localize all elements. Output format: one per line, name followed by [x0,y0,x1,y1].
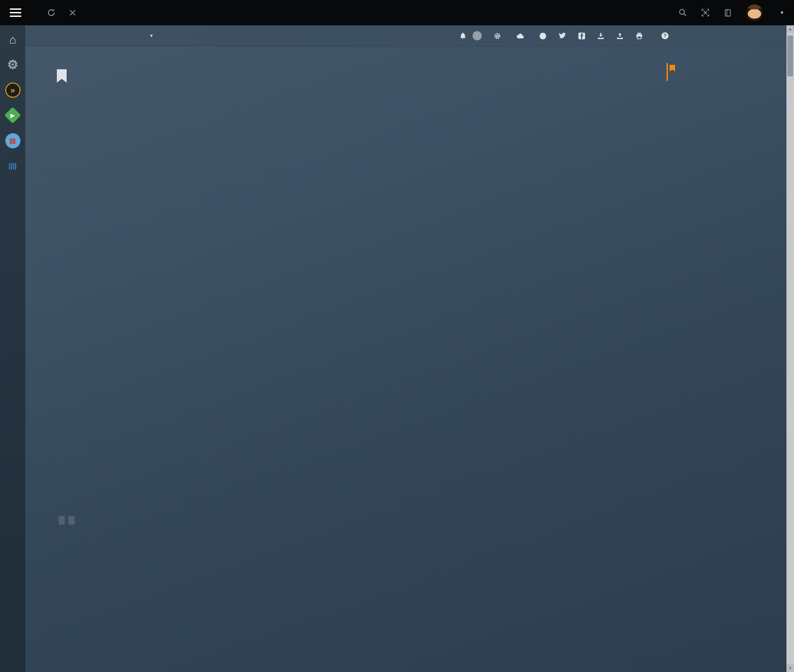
y-axis-ticks [64,533,95,602]
scroll-down-arrow[interactable]: ▼ [786,664,794,672]
x-axis-ticks [97,332,570,338]
softirq-sparkline[interactable] [60,242,193,249]
help-button[interactable]: ? [661,32,672,40]
download-icon[interactable] [597,32,604,40]
alarms-badge [472,31,482,40]
fullscreen-icon[interactable] [701,8,710,17]
app-sidebar: ⌂ ⚙ » ▶ ▤ |||| [0,25,25,672]
scrollbar-thumb[interactable] [787,36,793,76]
disk-description [57,505,647,525]
user-avatar[interactable] [746,4,763,21]
y-axis-label [57,411,63,452]
refresh-icon[interactable] [47,8,56,17]
hamburger-menu-icon[interactable] [10,8,21,17]
net-inbound-gauge[interactable] [384,111,440,179]
chart-plot-area[interactable] [97,533,570,602]
scroll-up-arrow[interactable]: ▲ [786,25,794,33]
bookmark-icon [57,69,67,83]
code-sys-block [59,516,65,525]
cpu-gauge[interactable] [261,101,375,181]
disk-io-chart[interactable] [57,525,644,616]
netdata-menu-sidebar [670,65,786,672]
emby-icon[interactable]: ▶ [0,103,25,128]
search-icon[interactable] [679,8,687,17]
user-menu[interactable]: ▼ [777,10,784,15]
chevron-down-icon: ▼ [780,10,784,15]
svg-text:?: ? [663,33,667,38]
chart-legend [571,527,644,528]
airsonic-wave-icon[interactable]: |||| [0,153,25,179]
home-icon[interactable]: ⌂ [0,27,25,52]
chart-plot-area[interactable] [97,646,570,672]
y-axis-label [57,646,63,672]
disk-write-gauge[interactable] [194,111,250,179]
iowait-sparkline[interactable] [60,232,193,239]
disk-read-gauge[interactable] [125,111,181,179]
print-icon[interactable] [635,32,643,40]
y-axis-label [57,533,63,602]
memory-paged-chart[interactable] [57,629,644,672]
chart-legend [571,402,644,404]
chart-plot-area[interactable] [97,411,570,452]
facebook-icon[interactable] [578,32,585,40]
net-outbound-gauge[interactable] [453,111,509,179]
load-average-chart[interactable] [57,401,644,465]
twitter-icon[interactable] [559,32,566,39]
server-dropdown[interactable]: ▼ [146,33,154,38]
github-icon[interactable] [539,32,547,40]
cpu-utilization-chart[interactable] [57,252,644,346]
used-ram-gauge[interactable] [521,118,570,177]
x-axis-ticks [97,604,570,610]
chart-plot-area[interactable] [97,259,570,330]
settings-button[interactable] [494,32,504,40]
top-bar: ▼ [0,0,794,25]
bookmark-icon [670,65,675,72]
softirq-metric-line [57,242,199,249]
y-axis-ticks [64,646,95,672]
netdata-navbar: ▼ [25,25,794,47]
iowait-metric-line [57,231,199,239]
code-sys-devices [68,516,75,525]
tabs-book-icon[interactable] [724,9,732,17]
y-axis-ticks [64,259,95,330]
settings-gear-icon[interactable]: ⚙ [0,52,25,77]
y-axis-ticks [64,411,95,452]
update-button[interactable] [516,33,527,39]
sidebar-item-system-overview[interactable] [670,65,786,72]
chevron-down-icon: ▼ [149,33,154,38]
media-library-icon[interactable]: ▤ [0,128,25,153]
x-axis-ticks [97,453,570,460]
upload-icon[interactable] [616,32,623,40]
active-section-indicator [667,63,668,81]
page-scrollbar[interactable]: ▲ ▼ [786,25,794,672]
chart-legend [571,631,644,632]
chart-legend [571,254,644,255]
close-tab-icon[interactable] [69,9,76,16]
alarms-button[interactable] [460,31,482,40]
y-axis-label [57,259,63,330]
plex-icon[interactable]: » [0,77,25,103]
